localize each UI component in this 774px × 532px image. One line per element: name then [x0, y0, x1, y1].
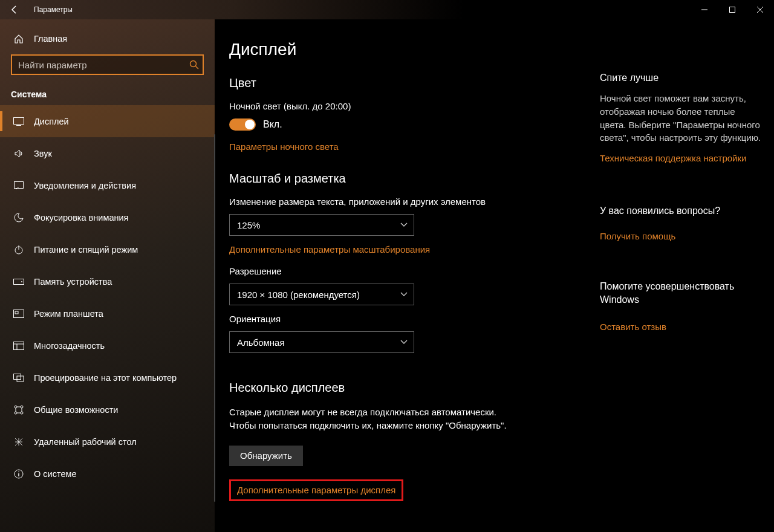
aside-sleep-title: Спите лучше: [600, 73, 762, 83]
aside-sleep-body: Ночной свет поможет вам заснуть, отображ…: [600, 92, 762, 144]
sound-icon: [13, 149, 24, 158]
chevron-down-icon: [400, 292, 408, 297]
advanced-display-link[interactable]: Дополнительные параметры дисплея: [237, 485, 395, 495]
night-light-label: Ночной свет (выкл. до 20:00): [229, 101, 573, 111]
svg-point-6: [21, 281, 22, 282]
sidebar-item-label: Звук: [34, 149, 52, 158]
svg-rect-2: [14, 117, 24, 124]
sidebar-item-label: О системе: [34, 469, 76, 479]
section-multi-title: Несколько дисплеев: [229, 381, 573, 395]
window-title: Параметры: [34, 5, 73, 14]
chevron-down-icon: [400, 340, 408, 345]
orientation-label: Ориентация: [229, 314, 573, 324]
aside-improve-title: Помогите усовершенствовать Windows: [600, 280, 762, 307]
highlighted-link-box: Дополнительные параметры дисплея: [229, 479, 403, 501]
sidebar-item-focus[interactable]: Фокусировка внимания: [0, 201, 215, 233]
power-icon: [13, 245, 24, 255]
scale-combo[interactable]: 125%: [229, 214, 414, 236]
sidebar-item-label: Питание и спящий режим: [34, 245, 138, 255]
svg-rect-9: [14, 342, 24, 349]
resolution-combo[interactable]: 1920 × 1080 (рекомендуется): [229, 284, 414, 305]
sidebar-item-label: Общие возможности: [34, 405, 118, 415]
svg-rect-8: [15, 311, 18, 314]
sidebar-item-project[interactable]: Проецирование на этот компьютер: [0, 362, 215, 394]
display-icon: [13, 117, 24, 126]
sidebar-item-display[interactable]: Дисплей: [0, 105, 215, 137]
scale-value: 125%: [237, 220, 260, 230]
project-icon: [13, 374, 24, 382]
svg-rect-0: [730, 7, 735, 13]
sidebar-item-notifications[interactable]: Уведомления и действия: [0, 169, 215, 201]
orientation-value: Альбомная: [237, 337, 285, 348]
remote-icon: [13, 437, 24, 447]
search-icon: [189, 60, 199, 70]
maximize-icon: [729, 7, 735, 13]
sidebar-item-about[interactable]: О системе: [0, 458, 215, 490]
home-label: Главная: [34, 34, 67, 44]
chevron-down-icon: [400, 222, 408, 227]
sidebar-item-sound[interactable]: Звук: [0, 137, 215, 169]
svg-point-14: [15, 412, 17, 414]
support-link[interactable]: Техническая поддержка настройки: [600, 153, 746, 163]
page-title: Дисплей: [229, 40, 573, 59]
search-input[interactable]: [11, 54, 204, 75]
aside-questions-title: У вас появились вопросы?: [600, 206, 762, 216]
sidebar-item-label: Уведомления и действия: [34, 181, 136, 190]
svg-point-15: [21, 412, 23, 414]
minimize-button[interactable]: [691, 0, 718, 19]
focus-icon: [13, 213, 24, 222]
section-scale-title: Масштаб и разметка: [229, 172, 573, 186]
sidebar-item-label: Многозадачность: [34, 341, 105, 351]
sidebar-section-title: Система: [0, 79, 215, 105]
night-light-settings-link[interactable]: Параметры ночного света: [229, 141, 339, 152]
svg-rect-3: [15, 181, 24, 188]
back-button[interactable]: [0, 0, 29, 19]
sidebar-item-label: Проецирование на этот компьютер: [34, 373, 177, 383]
titlebar: Параметры: [0, 0, 774, 19]
svg-point-1: [190, 61, 197, 67]
maximize-button[interactable]: [718, 0, 746, 19]
shared-icon: [13, 405, 24, 415]
sidebar-item-label: Удаленный рабочий стол: [34, 437, 137, 447]
tablet-icon: [13, 310, 24, 318]
resize-label: Изменение размера текста, приложений и д…: [229, 196, 573, 207]
sidebar-item-storage[interactable]: Память устройства: [0, 265, 215, 297]
toggle-state-label: Вкл.: [263, 119, 282, 130]
detect-button[interactable]: Обнаружить: [229, 446, 303, 466]
close-button[interactable]: [746, 0, 774, 19]
sidebar-item-label: Дисплей: [34, 117, 69, 126]
section-color-title: Цвет: [229, 76, 573, 90]
svg-rect-11: [17, 376, 24, 381]
about-icon: [13, 469, 24, 479]
sidebar-item-tablet[interactable]: Режим планшета: [0, 297, 215, 329]
resolution-value: 1920 × 1080 (рекомендуется): [237, 290, 360, 300]
sidebar-item-remote[interactable]: Удаленный рабочий стол: [0, 426, 215, 458]
minimize-icon: [701, 7, 707, 13]
multi-description: Старые дисплеи могут не всегда подключат…: [229, 406, 519, 432]
main-content: Дисплей Цвет Ночной свет (выкл. до 20:00…: [215, 19, 597, 532]
sidebar-item-label: Память устройства: [34, 277, 112, 287]
home-icon: [13, 34, 24, 44]
svg-point-17: [18, 471, 19, 472]
aside-panel: Спите лучше Ночной свет поможет вам засн…: [597, 19, 774, 532]
multitask-icon: [13, 342, 24, 350]
feedback-link[interactable]: Оставить отзыв: [600, 322, 666, 332]
sidebar-item-label: Фокусировка внимания: [34, 213, 128, 222]
sidebar-item-label: Режим планшета: [34, 309, 103, 319]
sidebar: Главная Система Дисплей Звук: [0, 19, 215, 532]
svg-point-12: [15, 406, 17, 408]
close-icon: [757, 7, 763, 13]
resolution-label: Разрешение: [229, 266, 573, 276]
notifications-icon: [13, 181, 24, 190]
night-light-toggle[interactable]: [229, 118, 256, 131]
home-button[interactable]: Главная: [0, 28, 215, 50]
sidebar-item-multitask[interactable]: Многозадачность: [0, 329, 215, 362]
storage-icon: [13, 279, 24, 285]
help-link[interactable]: Получить помощь: [600, 231, 675, 241]
svg-point-13: [21, 406, 23, 408]
arrow-left-icon: [10, 5, 19, 15]
sidebar-item-shared[interactable]: Общие возможности: [0, 394, 215, 426]
advanced-scale-link[interactable]: Дополнительные параметры масштабирования: [229, 244, 430, 255]
orientation-combo[interactable]: Альбомная: [229, 331, 414, 353]
sidebar-item-power[interactable]: Питание и спящий режим: [0, 233, 215, 265]
